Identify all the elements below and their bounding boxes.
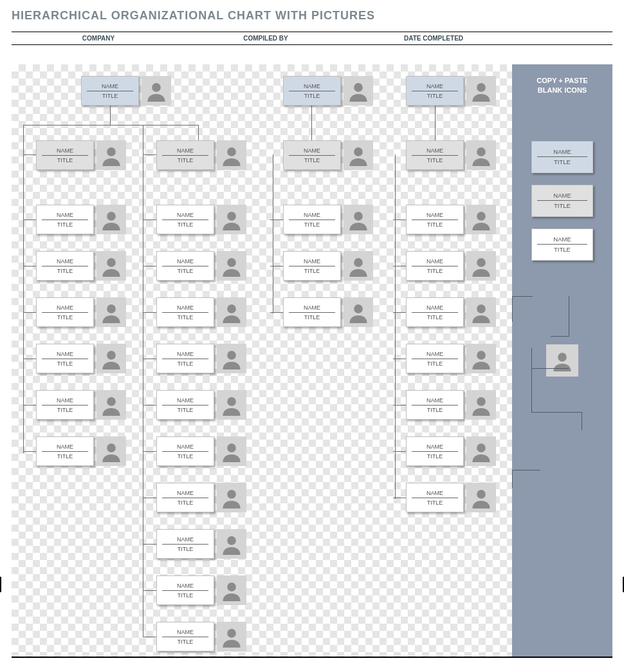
org-card[interactable]: NAMETITLE xyxy=(156,529,246,559)
org-card-title: TITLE xyxy=(157,498,214,507)
org-card-title: TITLE xyxy=(284,220,340,229)
org-card-name: NAME xyxy=(284,82,340,91)
org-card-title: TITLE xyxy=(284,91,340,100)
org-card[interactable]: NAMETITLE xyxy=(283,251,373,281)
org-card[interactable]: NAMETITLE xyxy=(406,297,496,327)
connector-stub xyxy=(23,359,36,359)
person-icon xyxy=(466,436,496,466)
connector-stub xyxy=(393,405,406,406)
org-card[interactable]: NAMETITLE xyxy=(36,390,126,420)
person-icon xyxy=(217,436,246,466)
org-card[interactable]: NAMETITLE xyxy=(36,297,126,327)
org-card[interactable]: NAMETITLE xyxy=(156,436,246,466)
meta-company[interactable]: COMPANY xyxy=(12,32,185,44)
sidebar: COPY + PASTE BLANK ICONS NAME TITLE NAME… xyxy=(512,64,612,657)
org-card[interactable]: NAMETITLE xyxy=(36,205,126,234)
sidebar-heading-line2: BLANK ICONS xyxy=(538,86,587,94)
person-icon xyxy=(217,297,246,327)
connector-horizontal xyxy=(23,154,36,155)
org-card-title: TITLE xyxy=(37,156,93,165)
sample-card-level1[interactable]: NAME TITLE xyxy=(518,141,606,173)
person-icon xyxy=(96,140,126,170)
org-card[interactable]: NAMETITLE xyxy=(156,205,246,234)
org-card-name: NAME xyxy=(37,303,93,312)
person-icon xyxy=(466,251,496,281)
org-card[interactable]: NAMETITLE xyxy=(156,483,246,512)
org-card-name: NAME xyxy=(407,146,463,155)
org-card[interactable]: NAMETITLE xyxy=(406,140,496,170)
connector-stub xyxy=(23,312,36,313)
org-card-title: TITLE xyxy=(157,313,214,322)
org-card-title: TITLE xyxy=(284,156,340,165)
sidebar-heading: COPY + PASTE BLANK ICONS xyxy=(518,76,606,96)
org-card[interactable]: NAMETITLE xyxy=(283,140,373,170)
org-card[interactable]: NAMETITLE xyxy=(283,205,373,234)
org-card[interactable]: NAMETITLE xyxy=(406,436,496,466)
sample-title: TITLE xyxy=(532,157,592,167)
connector-stub xyxy=(270,312,283,313)
meta-date[interactable]: DATE COMPLETED xyxy=(346,32,612,44)
org-card[interactable]: NAMETITLE xyxy=(406,205,496,234)
org-card-title: TITLE xyxy=(157,452,214,461)
sample-card-level2[interactable]: NAME TITLE xyxy=(518,185,606,217)
org-card[interactable]: NAMETITLE xyxy=(36,140,126,170)
org-card[interactable]: NAMETITLE xyxy=(156,622,246,651)
connector-stub xyxy=(393,498,406,498)
org-card-title: TITLE xyxy=(284,313,340,322)
org-card-title: TITLE xyxy=(157,637,214,646)
org-card-title: TITLE xyxy=(82,91,138,100)
meta-compiled[interactable]: COMPILED BY xyxy=(185,32,346,44)
org-card-title: TITLE xyxy=(37,266,93,275)
org-card[interactable]: NAMETITLE xyxy=(406,76,496,106)
org-card[interactable]: NAMETITLE xyxy=(156,575,246,605)
person-icon xyxy=(96,344,126,373)
org-card[interactable]: NAMETITLE xyxy=(36,436,126,466)
org-card[interactable]: NAMETITLE xyxy=(406,483,496,512)
connector-vertical xyxy=(273,154,273,313)
org-card[interactable]: NAMETITLE xyxy=(36,344,126,373)
org-card-title: TITLE xyxy=(407,156,463,165)
org-card[interactable]: NAMETITLE xyxy=(81,76,171,106)
org-card[interactable]: NAMETITLE xyxy=(156,251,246,281)
org-card[interactable]: NAMETITLE xyxy=(156,140,246,170)
sample-card-level3[interactable]: NAME TITLE xyxy=(518,229,606,261)
connector-stub xyxy=(23,405,36,406)
org-card[interactable]: NAMETITLE xyxy=(283,297,373,327)
org-card[interactable]: NAMETITLE xyxy=(406,344,496,373)
org-card-title: TITLE xyxy=(157,591,214,600)
org-card-name: NAME xyxy=(157,303,214,312)
org-card[interactable]: NAMETITLE xyxy=(36,251,126,281)
connector-stub xyxy=(393,266,406,266)
org-card-name: NAME xyxy=(157,628,214,637)
person-icon xyxy=(217,344,246,373)
person-icon xyxy=(466,205,496,234)
org-card[interactable]: NAMETITLE xyxy=(156,344,246,373)
person-icon xyxy=(96,297,126,327)
connector-stub xyxy=(143,219,156,220)
connector-vertical xyxy=(395,154,396,499)
org-card[interactable]: NAMETITLE xyxy=(156,390,246,420)
sample-name: NAME xyxy=(532,234,592,244)
connector-stub xyxy=(393,359,406,359)
connector-stub xyxy=(270,266,283,266)
org-card[interactable]: NAMETITLE xyxy=(406,390,496,420)
org-card-title: TITLE xyxy=(157,156,214,165)
org-card[interactable]: NAMETITLE xyxy=(283,76,373,106)
person-icon xyxy=(466,390,496,420)
org-card-name: NAME xyxy=(37,146,93,155)
org-card[interactable]: NAMETITLE xyxy=(156,297,246,327)
connector-stub xyxy=(143,544,156,545)
org-card-name: NAME xyxy=(407,442,463,451)
sample-avatar[interactable] xyxy=(546,344,578,377)
org-card-title: TITLE xyxy=(37,359,93,368)
org-card-name: NAME xyxy=(407,396,463,405)
chart-canvas[interactable]: NAMETITLENAMETITLENAMETITLENAMETITLENAME… xyxy=(12,64,512,657)
org-card[interactable]: NAMETITLE xyxy=(406,251,496,281)
connector-stub xyxy=(23,266,36,266)
connector-vertical xyxy=(143,125,143,637)
org-card-name: NAME xyxy=(407,489,463,498)
org-card-title: TITLE xyxy=(407,498,463,507)
connector-stub xyxy=(143,637,156,637)
person-icon xyxy=(344,297,373,327)
person-icon xyxy=(466,140,496,170)
